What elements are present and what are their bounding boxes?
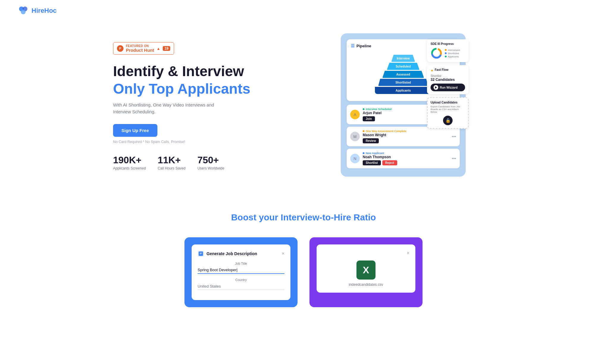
field-job-title: Job Title [198, 262, 284, 278]
legend-shortlisted: Shortlisted [445, 52, 460, 55]
stat-call-hours-label: Call Hours Saved [158, 166, 185, 170]
svg-point-2 [21, 10, 26, 14]
progress-card-title: SDE III Progress [431, 42, 465, 46]
upload-inner-card: × X indeedcandidates.csv [317, 244, 415, 293]
reject-button[interactable]: Reject [382, 160, 397, 165]
candidate-name-mason: Mason Wright [363, 133, 449, 137]
candidate-dots-2[interactable]: ••• [452, 134, 456, 139]
funnel-tier-1: Interview [391, 55, 415, 62]
job-title-label: Job Title [198, 262, 284, 265]
close-button-jd[interactable]: × [282, 251, 284, 256]
stat-users-number: 750+ [197, 155, 224, 166]
candidate-dots-3[interactable]: ••• [452, 156, 456, 161]
upload-inner-header: × [323, 250, 409, 256]
avatar-mason: M [350, 132, 360, 141]
donut-chart [431, 47, 442, 59]
ph-count: 19 [163, 46, 170, 51]
shortlist-button[interactable]: Shortlist [363, 160, 381, 165]
pipeline-title: ☰ Pipeline [351, 43, 371, 48]
second-section: Boost your Interview-to-Hire Ratio Gener… [0, 194, 607, 319]
logo-icon [18, 5, 29, 16]
ph-arrow-icon: ▲ [157, 46, 160, 51]
side-cards: SDE III Progress Interviewed [427, 39, 469, 129]
upload-card[interactable]: Upload Candidates Export Candidates from… [427, 97, 469, 129]
upload-description: Export Candidates from Job Boards as CSV… [431, 105, 465, 113]
feature-card-upload: × X indeedcandidates.csv [309, 237, 423, 307]
generate-jd-title: Generate Job Description [198, 250, 257, 257]
close-button-upload[interactable]: × [407, 250, 409, 256]
ph-label-group: FEATURED ON Product Hunt [126, 44, 154, 53]
stat-users-label: Users Worldwide [197, 166, 224, 170]
candidate-status-noah: New Applicant [363, 152, 449, 155]
stat-call-hours-number: 11K+ [158, 155, 185, 166]
stat-applicants-number: 190K+ [113, 155, 146, 166]
stat-users: 750+ Users Worldwide [197, 155, 224, 170]
logo-text: HireHoc [32, 7, 57, 15]
funnel-tier-4: Shortlisted [378, 79, 428, 86]
legend-applicants: Applicants [445, 55, 460, 58]
ph-featured-label: FEATURED ON [126, 44, 154, 48]
candidate-actions-mason: Review [363, 138, 449, 143]
no-card-text: No Card Required * No Spam Calls, Promis… [113, 140, 295, 144]
generate-jd-inner-card: Generate Job Description × Job Title Cou… [192, 244, 290, 300]
fast-flow-title: Fast Flow [435, 68, 448, 71]
hero-description: With AI Shortlisting, One Way Video Inte… [113, 102, 226, 115]
lock-icon: 🔒 [443, 116, 453, 125]
candidate-row-noah: N New Applicant Noah Thompson Shortlist … [347, 149, 460, 168]
pipeline-icon: ☰ [351, 43, 355, 48]
signup-button[interactable]: Sign Up Free [113, 124, 157, 137]
candidate-name-noah: Noah Thompson [363, 155, 449, 159]
boost-title: Boost your Interview-to-Hire Ratio [18, 212, 589, 222]
join-button[interactable]: Join [363, 116, 375, 121]
candidate-status-mason: One Way Assessment Complete [363, 130, 449, 133]
shortlist-label: Shortlist [431, 74, 465, 78]
run-wizzard-button[interactable]: Run Wizzard [431, 84, 465, 91]
file-name: indeedcandidates.csv [323, 283, 409, 287]
product-hunt-icon: P [117, 45, 123, 52]
country-input[interactable] [198, 283, 284, 290]
product-hunt-badge[interactable]: P FEATURED ON Product Hunt ▲ 19 [113, 42, 174, 55]
dashboard-container: ☰ Pipeline ⤢ Interview Scheduled [341, 33, 466, 177]
stats-section: 190K+ Applicants Screened 11K+ Call Hour… [113, 155, 295, 170]
hero-left: P FEATURED ON Product Hunt ▲ 19 Identify… [113, 33, 295, 170]
legend-items: Interviewed Shortlisted Applicants [445, 49, 460, 58]
fast-flow-star-icon: ★ [431, 69, 434, 73]
hero-headline-line1: Identify & Interview [113, 63, 295, 79]
avatar-arjun: A [350, 110, 360, 119]
generate-jd-header: Generate Job Description × [198, 250, 284, 257]
progress-card: SDE III Progress Interviewed [427, 39, 469, 62]
hero-headline-line2: Only Top Applicants [113, 81, 295, 97]
hero-section: P FEATURED ON Product Hunt ▲ 19 Identify… [95, 21, 512, 194]
legend-interviewed: Interviewed [445, 49, 460, 51]
svg-rect-9 [200, 254, 201, 254]
country-label: Country [198, 278, 284, 282]
navbar: HireHoc [0, 0, 607, 21]
excel-icon: X [356, 261, 376, 280]
svg-rect-8 [200, 253, 202, 253]
candidate-info-mason: One Way Assessment Complete Mason Wright… [363, 130, 449, 143]
review-button[interactable]: Review [363, 138, 379, 143]
stat-applicants: 190K+ Applicants Screened [113, 155, 146, 170]
ph-name: Product Hunt [126, 48, 154, 53]
job-title-input[interactable] [198, 266, 284, 274]
logo: HireHoc [18, 5, 57, 16]
hero-right: ☰ Pipeline ⤢ Interview Scheduled [312, 33, 494, 177]
upload-title: Upload Candidates [431, 101, 465, 104]
candidate-info-noah: New Applicant Noah Thompson Shortlist Re… [363, 152, 449, 165]
generate-jd-icon [198, 250, 204, 257]
feature-cards-row: Generate Job Description × Job Title Cou… [18, 237, 589, 307]
stat-applicants-label: Applicants Screened [113, 166, 146, 170]
run-wiz-play-icon [434, 85, 438, 90]
feature-card-generate-jd: Generate Job Description × Job Title Cou… [184, 237, 298, 307]
field-country: Country [198, 278, 284, 294]
candidate-actions-noah: Shortlist Reject [363, 160, 449, 165]
funnel-tier-2: Scheduled [387, 63, 420, 70]
avatar-noah: N [350, 154, 360, 163]
funnel-tier-3: Assessed [382, 71, 424, 78]
funnel-tier-5: Applicants [375, 87, 431, 94]
candidate-row-mason: M One Way Assessment Complete Mason Wrig… [347, 127, 460, 146]
progress-donut: Interviewed Shortlisted Applicants [431, 47, 465, 59]
candidates-count: 32 Candidates [431, 78, 465, 82]
fast-flow-card: ★ Fast Flow Shortlist 32 Candidates Run … [427, 65, 469, 94]
stat-call-hours: 11K+ Call Hours Saved [158, 155, 185, 170]
